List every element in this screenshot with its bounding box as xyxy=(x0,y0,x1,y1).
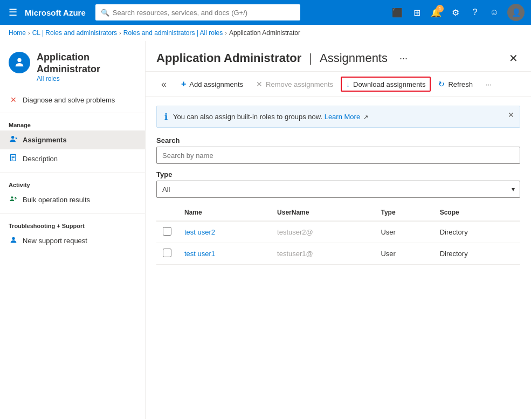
breadcrumb-roles-admin[interactable]: CL | Roles and administrators xyxy=(32,29,117,37)
type-label: Type xyxy=(156,170,520,178)
remove-assignments-label: Remove assignments xyxy=(266,80,333,88)
external-link-icon: ↗ xyxy=(363,114,368,120)
search-input[interactable] xyxy=(113,9,295,17)
row2-checkbox[interactable] xyxy=(163,249,171,257)
close-panel-icon[interactable]: ✕ xyxy=(507,50,520,67)
table-row: test user1 testuser1@ User Directory xyxy=(156,243,520,265)
sidebar-item-support-label: New support request xyxy=(23,237,87,245)
content-area: Search Type All User Group Service Princ… xyxy=(146,136,531,265)
col-username[interactable]: UserName xyxy=(271,204,374,221)
search-input[interactable] xyxy=(156,147,520,164)
main-content: Application Administrator | Assignments … xyxy=(146,41,531,419)
learn-more-link[interactable]: Learn More xyxy=(325,113,360,121)
page-title-area: Application Administrator | Assignments … xyxy=(156,51,410,66)
breadcrumb: Home › CL | Roles and administrators › R… xyxy=(0,25,531,41)
row2-checkbox-cell xyxy=(156,243,178,265)
support-icon xyxy=(9,236,18,246)
search-bar[interactable]: 🔍 xyxy=(95,4,300,20)
bulk-icon xyxy=(9,195,18,205)
col-scope[interactable]: Scope xyxy=(433,204,520,221)
sidebar-item-support[interactable]: New support request xyxy=(0,231,145,250)
notification-badge: 1 xyxy=(436,5,444,12)
sidebar-subtitle[interactable]: All roles xyxy=(37,75,136,82)
settings-icon[interactable]: ⚙ xyxy=(447,4,464,21)
type-select[interactable]: All User Group Service Principal xyxy=(156,181,520,198)
notifications-icon[interactable]: 🔔 1 xyxy=(427,4,445,21)
svg-point-0 xyxy=(17,58,21,62)
row1-checkbox[interactable] xyxy=(163,227,171,236)
row2-name: test user1 xyxy=(178,243,271,265)
sidebar-item-assignments[interactable]: Assignments xyxy=(0,130,145,149)
page-title-sep: | xyxy=(309,51,312,65)
search-icon: 🔍 xyxy=(101,9,109,17)
topbar-icons: ⬛ ⊞ 🔔 1 ⚙ ? ☺ 👤 xyxy=(389,4,525,21)
sidebar-item-diagnose-label: Diagnose and solve problems xyxy=(23,96,115,104)
sidebar-item-diagnose[interactable]: ✕ Diagnose and solve problems xyxy=(0,91,145,108)
user-avatar[interactable]: 👤 xyxy=(507,4,525,21)
col-type[interactable]: Type xyxy=(374,204,433,221)
sidebar-item-description[interactable]: Description xyxy=(0,149,145,168)
info-banner-text: You can also assign built-in roles to gr… xyxy=(173,113,368,121)
table-header: Name UserName Type Scope xyxy=(156,204,520,221)
more-options-icon[interactable]: ··· xyxy=(397,51,410,66)
sidebar-item-assignments-label: Assignments xyxy=(23,136,67,144)
sidebar: Application Administrator All roles ✕ Di… xyxy=(0,41,146,419)
refresh-button[interactable]: ↻ Refresh xyxy=(433,77,478,92)
feedback-icon[interactable]: ☺ xyxy=(486,4,503,21)
sidebar-activity-section: Activity xyxy=(0,177,145,190)
topbar: ☰ Microsoft Azure 🔍 ⬛ ⊞ 🔔 1 ⚙ ? ☺ 👤 xyxy=(0,0,531,25)
row2-type: User xyxy=(374,243,433,265)
sidebar-title: Application Administrator xyxy=(37,52,136,75)
hamburger-menu[interactable]: ☰ xyxy=(6,4,19,20)
row2-name-link[interactable]: test user1 xyxy=(184,250,215,258)
add-icon: + xyxy=(181,79,186,89)
doc-icon xyxy=(9,154,18,162)
more-toolbar-icon: ··· xyxy=(486,80,492,88)
sidebar-item-bulk-label: Bulk operation results xyxy=(23,196,90,204)
breadcrumb-sep-1: › xyxy=(28,30,30,36)
gear-person-icon xyxy=(9,195,18,203)
download-icon: ↓ xyxy=(346,80,350,88)
row1-checkbox-cell xyxy=(156,221,178,243)
more-toolbar-button[interactable]: ··· xyxy=(480,77,497,92)
person-icon xyxy=(13,57,25,68)
breadcrumb-current: Application Administrator xyxy=(229,29,300,37)
row2-scope: Directory xyxy=(433,243,520,265)
search-area: Search xyxy=(156,136,520,164)
sidebar-header-text: Application Administrator All roles xyxy=(37,52,136,82)
directory-icon[interactable]: ⊞ xyxy=(408,4,425,21)
azure-logo: Microsoft Azure xyxy=(25,8,86,17)
sidebar-support-section: Troubleshooting + Support xyxy=(0,218,145,231)
add-assignments-label: Add assignments xyxy=(189,80,243,88)
row1-name-link[interactable]: test user2 xyxy=(184,228,215,236)
type-filter-area: Type All User Group Service Principal ▾ xyxy=(156,170,520,198)
assignments-table: Name UserName Type Scope test user2 xyxy=(156,204,520,265)
row1-scope: Directory xyxy=(433,221,520,243)
help-icon[interactable]: ? xyxy=(466,4,484,21)
breadcrumb-all-roles[interactable]: Roles and administrators | All roles xyxy=(123,29,223,37)
toolbar: « + Add assignments ✕ Remove assignments… xyxy=(146,72,531,97)
sidebar-divider-1 xyxy=(0,113,145,113)
banner-close-icon[interactable]: ✕ xyxy=(508,111,514,119)
remove-assignments-button[interactable]: ✕ Remove assignments xyxy=(251,77,339,92)
search-label: Search xyxy=(156,136,520,144)
cloud-shell-icon[interactable]: ⬛ xyxy=(389,4,406,21)
page-subtitle: Assignments xyxy=(320,51,388,65)
sidebar-item-description-label: Description xyxy=(23,155,58,163)
download-assignments-button[interactable]: ↓ Download assignments xyxy=(341,77,431,92)
svg-point-1 xyxy=(11,136,14,139)
sidebar-collapse-btn[interactable]: « xyxy=(156,79,171,90)
breadcrumb-home[interactable]: Home xyxy=(9,29,26,37)
row1-name: test user2 xyxy=(178,221,271,243)
add-assignments-button[interactable]: + Add assignments xyxy=(176,76,249,92)
row1-username: testuser2@ xyxy=(271,221,374,243)
refresh-icon: ↻ xyxy=(438,80,445,88)
wrench-icon: ✕ xyxy=(9,95,18,104)
col-checkbox xyxy=(156,204,178,221)
svg-point-8 xyxy=(11,197,13,199)
col-name[interactable]: Name xyxy=(178,204,271,221)
svg-point-14 xyxy=(12,237,15,240)
page-title: Application Administrator xyxy=(156,51,301,65)
page-layout: Application Administrator All roles ✕ Di… xyxy=(0,41,531,419)
sidebar-item-bulk[interactable]: Bulk operation results xyxy=(0,190,145,209)
